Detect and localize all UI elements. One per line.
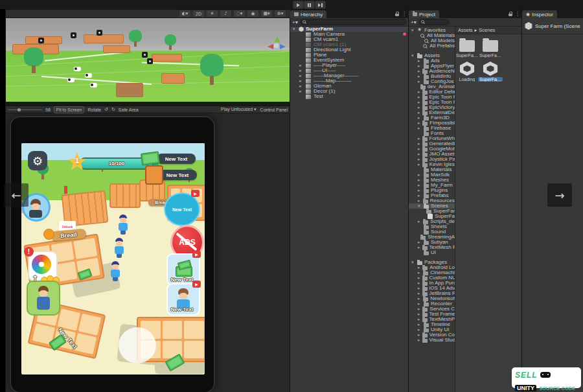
- rotate-left-button[interactable]: ↺: [104, 107, 108, 112]
- project-tree-item[interactable]: Meshes: [409, 178, 455, 183]
- expand-arrow-icon[interactable]: [418, 188, 422, 193]
- expand-arrow-icon[interactable]: [418, 332, 420, 338]
- expand-arrow-icon[interactable]: [293, 27, 297, 32]
- expand-arrow-icon[interactable]: [418, 245, 420, 250]
- expand-arrow-icon[interactable]: [418, 338, 420, 343]
- hierarchy-item[interactable]: Decor (1): [290, 89, 409, 94]
- expand-arrow-icon[interactable]: [299, 89, 303, 94]
- hierarchy-item[interactable]: -----Player-----: [290, 63, 409, 68]
- tab-inspector[interactable]: ◉Inspector: [522, 10, 557, 18]
- project-tree-item[interactable]: Sutiyan: [409, 240, 455, 245]
- crate-counter[interactable]: New Text: [158, 170, 197, 180]
- project-tree-item[interactable]: iOS 14 Adv: [409, 286, 455, 291]
- fit-to-screen-button[interactable]: Fit to Screen: [54, 106, 85, 113]
- carousel-left-arrow[interactable]: ←: [4, 183, 29, 207]
- expand-arrow-icon[interactable]: [418, 152, 420, 157]
- audio-toggle-button[interactable]: ♪: [220, 10, 232, 17]
- project-tree-item[interactable]: JMO Assets: [409, 152, 455, 157]
- project-tree-item[interactable]: Version Co: [409, 332, 455, 338]
- expand-arrow-icon[interactable]: [418, 89, 420, 95]
- expand-arrow-icon[interactable]: [418, 95, 420, 100]
- expand-arrow-icon[interactable]: [418, 79, 422, 84]
- expand-arrow-icon[interactable]: [418, 327, 422, 332]
- project-tree-item[interactable]: Plugins: [409, 188, 455, 193]
- step-button[interactable]: [315, 1, 326, 9]
- project-tree-item[interactable]: SuperFar: [409, 209, 455, 214]
- scale-slider[interactable]: [8, 110, 42, 110]
- project-tree-item[interactable]: MaxSdk: [409, 172, 455, 178]
- expand-arrow-icon[interactable]: [418, 172, 422, 178]
- hierarchy-item[interactable]: Test: [290, 94, 409, 99]
- rotate-right-button[interactable]: ↻: [111, 107, 115, 112]
- project-tree-item[interactable]: Visual Stud: [409, 338, 455, 343]
- money-counter[interactable]: New Text: [157, 154, 196, 164]
- project-tree-item[interactable]: All Materials: [409, 33, 455, 38]
- expand-arrow-icon[interactable]: [418, 240, 422, 245]
- kebab-menu-icon[interactable]: ⋮: [402, 11, 407, 17]
- project-tree-item[interactable]: Resources: [409, 198, 455, 203]
- expand-arrow-icon[interactable]: [418, 157, 420, 162]
- hierarchy-item[interactable]: CM vcam1 (1): [290, 42, 409, 47]
- tab-project[interactable]: Project: [409, 10, 439, 18]
- gizmos-dropdown-button[interactable]: ⊕▾: [274, 10, 286, 17]
- play-unfocused-dropdown[interactable]: Play Unfocused ▾: [221, 107, 257, 112]
- expand-arrow-icon[interactable]: [418, 281, 420, 286]
- scene-orientation-gizmo[interactable]: [268, 36, 286, 54]
- project-tree-item[interactable]: TextMeshP: [409, 317, 455, 322]
- project-tree-item[interactable]: My_Farm: [409, 183, 455, 188]
- expand-arrow-icon[interactable]: [299, 84, 303, 89]
- project-tree-item[interactable]: ExternalDe: [409, 110, 455, 115]
- hierarchy-item[interactable]: Directional Light: [290, 47, 409, 52]
- expand-arrow-icon[interactable]: [418, 105, 420, 110]
- project-tree-item[interactable]: Editor Defa: [409, 89, 455, 95]
- expand-arrow-icon[interactable]: [418, 69, 420, 74]
- control-panel-button[interactable]: Control Panel: [260, 108, 288, 112]
- scene-viewport[interactable]: [6, 18, 290, 102]
- expand-arrow-icon[interactable]: [418, 162, 420, 167]
- hierarchy-item[interactable]: EventSystem: [290, 58, 409, 63]
- project-tree-item[interactable]: Sheets: [409, 224, 455, 229]
- project-tree-item[interactable]: In App Purc: [409, 281, 455, 286]
- project-tree-item[interactable]: Joystick Pa: [409, 157, 455, 162]
- project-tree-item[interactable]: JetBrains R: [409, 291, 455, 296]
- expand-arrow-icon[interactable]: [418, 193, 422, 198]
- project-tree-item[interactable]: BuildInfo: [409, 74, 455, 79]
- asset-item[interactable]: SuperFarm: [457, 38, 477, 58]
- grid-toggle-button[interactable]: ▦▾: [260, 10, 273, 17]
- expand-arrow-icon[interactable]: [418, 100, 420, 105]
- expand-arrow-icon[interactable]: [418, 286, 420, 291]
- hierarchy-item[interactable]: CM vcam1: [290, 37, 409, 42]
- visibility-toggle-button[interactable]: ◉: [247, 10, 259, 17]
- hierarchy-search-input[interactable]: [300, 19, 407, 25]
- expand-arrow-icon[interactable]: [418, 110, 420, 115]
- expand-arrow-icon[interactable]: [418, 183, 422, 188]
- play-button[interactable]: [293, 1, 304, 9]
- expand-arrow-icon[interactable]: [411, 53, 415, 58]
- project-tree-item[interactable]: Services C: [409, 306, 455, 312]
- expand-arrow-icon[interactable]: [418, 306, 420, 312]
- shading-mode-button[interactable]: ◐▾: [179, 10, 191, 17]
- project-tree-item[interactable]: AppsFlyer: [409, 63, 455, 69]
- project-tree-item[interactable]: Newtonsof: [409, 296, 455, 301]
- settings-button[interactable]: ⚙: [28, 151, 47, 170]
- expand-arrow-icon[interactable]: [418, 312, 420, 317]
- hierarchy-item[interactable]: SuperFarm: [290, 27, 409, 32]
- create-button[interactable]: +▾: [411, 19, 417, 25]
- project-tree-item[interactable]: FImpossibl: [409, 121, 455, 126]
- project-tree-item[interactable]: TextMesh P: [409, 245, 455, 250]
- project-tree-item[interactable]: Custom NU: [409, 275, 455, 281]
- hire-worker-button[interactable]: [27, 281, 60, 316]
- hierarchy-item[interactable]: ------Manager--------: [290, 73, 409, 78]
- breadcrumb-leaf[interactable]: Scenes: [479, 27, 495, 33]
- pause-button[interactable]: [304, 1, 315, 9]
- round-offer-button[interactable]: New Text: [164, 192, 200, 226]
- expand-arrow-icon[interactable]: [418, 322, 422, 327]
- carousel-right-arrow[interactable]: →: [547, 183, 572, 207]
- expand-arrow-icon[interactable]: [418, 178, 422, 183]
- project-tree-item[interactable]: Favorites: [409, 28, 455, 33]
- kebab-menu-icon[interactable]: ⋮: [515, 11, 520, 17]
- 2d-toggle-button[interactable]: 2D: [192, 10, 205, 17]
- expand-arrow-icon[interactable]: [299, 68, 303, 73]
- project-tree-item[interactable]: GoogleMob: [409, 146, 455, 152]
- project-tree-item[interactable]: Epic Toon F: [409, 95, 455, 100]
